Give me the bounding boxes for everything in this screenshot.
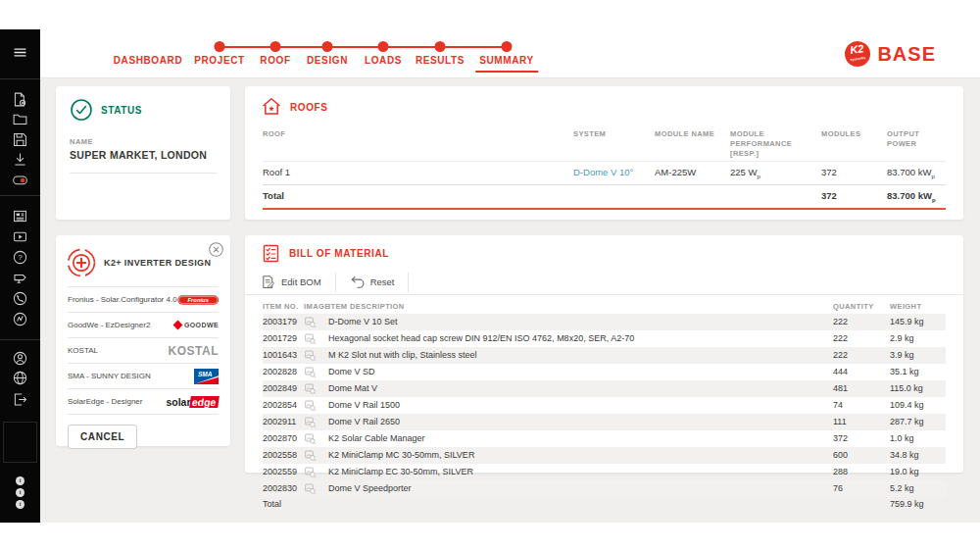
item-image-cell[interactable]	[304, 397, 328, 414]
nav-item-design[interactable]: DESIGN	[307, 55, 348, 66]
footer-info-icon-1[interactable]: i	[16, 476, 24, 485]
footer-info-icon-2[interactable]: i	[16, 488, 24, 497]
item-no-cell: 2003179	[263, 314, 304, 330]
close-icon[interactable]	[208, 241, 224, 258]
item-description-cell: Dome Mat V	[328, 380, 833, 397]
progress-line	[220, 46, 507, 48]
bom-table-row: 2003179D-Dome V 10 Set222145.9 kg	[263, 314, 946, 330]
new-project-icon[interactable]	[12, 91, 28, 108]
inverter-design-icon	[66, 247, 97, 278]
item-image-icon[interactable]	[304, 366, 317, 378]
item-image-icon[interactable]	[304, 349, 317, 362]
chat-icon[interactable]	[12, 311, 28, 327]
bill-of-material-icon	[261, 243, 281, 264]
nav-item-results[interactable]: RESULTS	[416, 55, 465, 66]
item-image-icon[interactable]	[304, 332, 317, 345]
item-image-cell[interactable]	[304, 430, 328, 447]
goodwe-logo: GOODWE	[174, 322, 219, 328]
nav-item-roof[interactable]: ROOF	[260, 55, 290, 66]
reset-bom-button[interactable]: Reset	[336, 273, 410, 292]
item-image-icon[interactable]	[304, 466, 317, 478]
language-icon[interactable]	[12, 370, 28, 386]
inverter-tool-label: SolarEdge - Designer	[68, 397, 142, 406]
item-image-icon[interactable]	[304, 449, 317, 462]
item-quantity-cell: 600	[833, 447, 890, 464]
item-image-cell[interactable]	[304, 347, 328, 364]
cancel-button[interactable]: CANCEL	[68, 425, 137, 449]
nav-item-summary[interactable]: SUMMARY	[479, 55, 534, 66]
item-weight-cell: 1.0 kg	[890, 430, 946, 447]
item-image-icon[interactable]	[304, 316, 317, 328]
inverter-tool-label: Fronius - Solar.Configurator 4.0	[68, 295, 177, 304]
top-header: DASHBOARDPROJECTROOFDESIGNLOADSRESULTSSU…	[40, 29, 980, 78]
account-icon[interactable]	[12, 350, 28, 367]
bom-table-row: 2002870K2 Solar Cable Manager3721.0 kg	[263, 430, 946, 447]
nav-item-loads[interactable]: LOADS	[365, 55, 402, 66]
item-no-cell: 1001643	[263, 347, 304, 364]
inverter-tool-solaredge[interactable]: SolarEdge - Designersolaredge	[68, 389, 219, 415]
footer-info-icon-3[interactable]: i	[16, 500, 24, 509]
app-frame: DASHBOARDPROJECTROOFDESIGNLOADSRESULTSSU…	[0, 29, 980, 523]
item-quantity-cell: 372	[833, 430, 890, 447]
item-image-cell[interactable]	[304, 414, 328, 430]
guide-icon[interactable]	[12, 270, 28, 286]
bom-table-row: 2002558K2 MiniClamp MC 30-50mm, SILVER60…	[263, 447, 946, 464]
logout-icon[interactable]	[12, 391, 28, 408]
item-image-icon[interactable]	[304, 382, 317, 395]
status-check-icon	[70, 98, 93, 122]
edit-bom-button[interactable]: Edit BOM	[261, 273, 336, 292]
item-image-cell[interactable]	[304, 480, 328, 497]
save-icon[interactable]	[12, 131, 28, 148]
item-quantity-cell: 288	[833, 464, 890, 480]
total-modules-cell: 372	[821, 184, 887, 210]
item-description-cell: D-Dome V 10 Set	[328, 314, 833, 330]
item-quantity-cell: 222	[833, 347, 890, 364]
item-image-icon[interactable]	[304, 416, 317, 428]
open-folder-icon[interactable]	[12, 111, 28, 127]
bom-toolbar: Edit BOM Reset	[245, 270, 963, 295]
item-description-cell: Dome V Speedporter	[328, 480, 833, 497]
item-image-cell[interactable]	[304, 380, 328, 397]
nav-item-label: SUMMARY	[479, 55, 534, 66]
roofs-column-header: OUTPUT POWER	[887, 120, 946, 161]
svg-text:Fronius: Fronius	[187, 297, 209, 303]
item-image-cell[interactable]	[304, 314, 328, 330]
sma-logo: SMA	[194, 369, 219, 384]
item-image-cell[interactable]	[304, 464, 328, 480]
inverter-tool-kostal[interactable]: KOSTALKOSTAL	[68, 338, 219, 364]
nav-item-label: DESIGN	[307, 55, 348, 66]
inverter-tool-fronius[interactable]: Fronius - Solar.Configurator 4.0Fronius	[68, 287, 219, 313]
item-image-cell[interactable]	[304, 330, 328, 347]
system-link-cell[interactable]: D-Dome V 10°	[573, 161, 655, 184]
bom-table-row: 2002828Dome V SD44435.1 kg	[263, 364, 946, 380]
item-weight-cell: 35.1 kg	[890, 364, 946, 380]
nav-item-label: PROJECT	[194, 55, 244, 66]
roofs-total-row: Total37283.700 kWp	[245, 184, 963, 210]
sidebar-divider	[0, 78, 40, 79]
inverter-tool-sma[interactable]: SMA - SUNNY DESIGNSMA	[68, 364, 219, 389]
item-description-cell: Hexagonal socket head cap screw DIN 912/…	[328, 330, 833, 347]
item-weight-cell: 2.9 kg	[890, 330, 946, 347]
inverter-tool-goodwe[interactable]: GoodWe - EzDesigner2GOODWE	[68, 313, 219, 338]
item-description-cell: Dome V Rail 1500	[328, 397, 833, 414]
item-no-cell: 2002911	[263, 414, 304, 430]
item-image-icon[interactable]	[304, 432, 317, 445]
item-image-cell[interactable]	[304, 364, 328, 380]
edit-bom-label: Edit BOM	[281, 276, 321, 287]
download-icon[interactable]	[12, 151, 28, 168]
item-weight-cell: 145.9 kg	[890, 314, 946, 330]
contact-icon[interactable]	[12, 290, 28, 307]
record-toggle-icon[interactable]	[12, 172, 28, 188]
item-image-cell[interactable]	[304, 447, 328, 464]
nav-item-dashboard[interactable]: DASHBOARD	[114, 55, 182, 66]
k2-base-app: DASHBOARDPROJECTROOFDESIGNLOADSRESULTSSU…	[0, 0, 980, 551]
bill-of-material-card: BILL OF MATERIAL Edit BOM Reset ITEM NO.…	[245, 235, 963, 473]
nav-item-project[interactable]: PROJECT	[194, 55, 244, 66]
total-output-cell: 83.700 kWp	[887, 184, 946, 210]
news-icon[interactable]	[12, 208, 28, 225]
item-image-icon[interactable]	[304, 482, 317, 495]
item-image-icon[interactable]	[304, 399, 317, 412]
help-icon[interactable]: ?	[12, 249, 28, 266]
menu-icon[interactable]	[12, 44, 28, 61]
video-tutorials-icon[interactable]	[12, 228, 28, 245]
